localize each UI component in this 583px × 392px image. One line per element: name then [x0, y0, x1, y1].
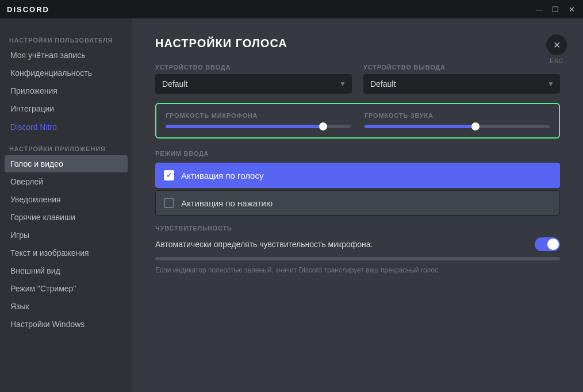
volume-box: ГРОМКОСТЬ МИКРОФОНА ГРОМКОСТЬ ЗВУКА: [155, 103, 560, 139]
sidebar-item-overlay[interactable]: Оверлей: [5, 173, 128, 190]
app-logo: DISCORD: [7, 5, 49, 14]
sidebar: НАСТРОЙКИ ПОЛЬЗОВАТЕЛЯ Моя учётная запис…: [0, 18, 132, 392]
push-to-talk-checkbox[interactable]: [164, 198, 174, 208]
input-device-select[interactable]: Default: [155, 74, 352, 94]
mic-volume-label: ГРОМКОСТЬ МИКРОФОНА: [166, 112, 351, 119]
input-mode-label: РЕЖИМ ВВОДА: [155, 150, 560, 157]
sidebar-item-text[interactable]: Текст и изображения: [5, 244, 128, 262]
mic-volume-fill: [166, 125, 323, 128]
output-device-select[interactable]: Default: [363, 74, 560, 94]
app-container: НАСТРОЙКИ ПОЛЬЗОВАТЕЛЯ Моя учётная запис…: [0, 18, 583, 392]
esc-label: ESC: [550, 57, 563, 64]
main-content: НАСТРОЙКИ ГОЛОСА ✕ ESC УСТРОЙСТВО ВВОДА …: [132, 18, 583, 392]
minimize-button[interactable]: —: [535, 5, 544, 14]
sidebar-item-notifications[interactable]: Уведомления: [5, 191, 128, 208]
sidebar-item-integrations[interactable]: Интеграции: [5, 100, 128, 117]
sidebar-item-appearance[interactable]: Внешний вид: [5, 262, 128, 279]
page-title: НАСТРОЙКИ ГОЛОСА: [155, 37, 560, 50]
sound-volume-fill: [365, 125, 475, 128]
input-device-label: УСТРОЙСТВО ВВОДА: [155, 64, 352, 71]
sidebar-item-account[interactable]: Моя учётная запись: [5, 47, 128, 64]
sidebar-item-hotkeys[interactable]: Горячие клавиши: [5, 209, 128, 226]
sensitivity-label: ЧУВСТВИТЕЛЬНОСТЬ: [155, 225, 560, 232]
sidebar-item-language[interactable]: Язык: [5, 298, 128, 315]
mic-volume-track[interactable]: [166, 125, 351, 128]
output-device-label: УСТРОЙСТВО ВЫВОДА: [363, 64, 560, 71]
mic-volume-thumb[interactable]: [319, 122, 327, 130]
sensitivity-hint: Если индикатор полностью зеленый, значит…: [155, 266, 560, 274]
sidebar-item-games[interactable]: Игры: [5, 226, 128, 244]
title-bar: DISCORD — ☐ ✕: [0, 0, 583, 18]
output-device-group: УСТРОЙСТВО ВЫВОДА Default ▼: [363, 64, 560, 94]
toggle-knob: [547, 239, 559, 250]
device-row: УСТРОЙСТВО ВВОДА Default ▼ УСТРОЙСТВО ВЫ…: [155, 64, 560, 94]
auto-sensitivity-text: Автоматически определять чувствительност…: [155, 240, 373, 249]
push-to-talk-option[interactable]: Активация по нажатию: [155, 190, 560, 216]
sensitivity-section: ЧУВСТВИТЕЛЬНОСТЬ Автоматически определят…: [155, 225, 560, 274]
voice-activation-label: Активация по голосу: [181, 171, 263, 180]
window-controls: — ☐ ✕: [535, 5, 576, 14]
input-device-select-wrapper[interactable]: Default ▼: [155, 74, 352, 94]
close-window-button[interactable]: ✕: [567, 5, 576, 14]
push-to-talk-label: Активация по нажатию: [181, 198, 273, 208]
sound-volume-track[interactable]: [365, 125, 550, 128]
sensitivity-row: Автоматически определять чувствительност…: [155, 237, 560, 251]
auto-sensitivity-toggle[interactable]: [535, 237, 560, 251]
output-device-select-wrapper[interactable]: Default ▼: [363, 74, 560, 94]
volume-row: ГРОМКОСТЬ МИКРОФОНА ГРОМКОСТЬ ЗВУКА: [166, 112, 550, 128]
sound-volume-thumb[interactable]: [471, 122, 480, 130]
close-settings-button[interactable]: ✕: [546, 34, 567, 55]
user-settings-section-title: НАСТРОЙКИ ПОЛЬЗОВАТЕЛЯ: [5, 32, 128, 46]
sound-volume-group: ГРОМКОСТЬ ЗВУКА: [365, 112, 550, 128]
voice-activation-checkbox[interactable]: [164, 170, 174, 180]
sound-volume-label: ГРОМКОСТЬ ЗВУКА: [365, 112, 550, 119]
sidebar-item-nitro[interactable]: Discord Nitro: [5, 118, 128, 136]
sidebar-item-apps[interactable]: Приложения: [5, 82, 128, 99]
input-device-group: УСТРОЙСТВО ВВОДА Default ▼: [155, 64, 352, 94]
voice-activation-option[interactable]: Активация по голосу: [155, 163, 560, 188]
app-settings-section-title: НАСТРОЙКИ ПРИЛОЖЕНИЯ: [5, 141, 128, 155]
sidebar-item-voice[interactable]: Голос и видео: [5, 155, 128, 172]
sensitivity-bar: [155, 257, 560, 260]
maximize-button[interactable]: ☐: [551, 5, 560, 14]
mic-volume-group: ГРОМКОСТЬ МИКРОФОНА: [166, 112, 351, 128]
sidebar-item-privacy[interactable]: Конфиденциальность: [5, 64, 128, 82]
sidebar-item-windows[interactable]: Настройки Windows: [5, 316, 128, 333]
sidebar-item-streamer[interactable]: Режим "Стример": [5, 280, 128, 297]
